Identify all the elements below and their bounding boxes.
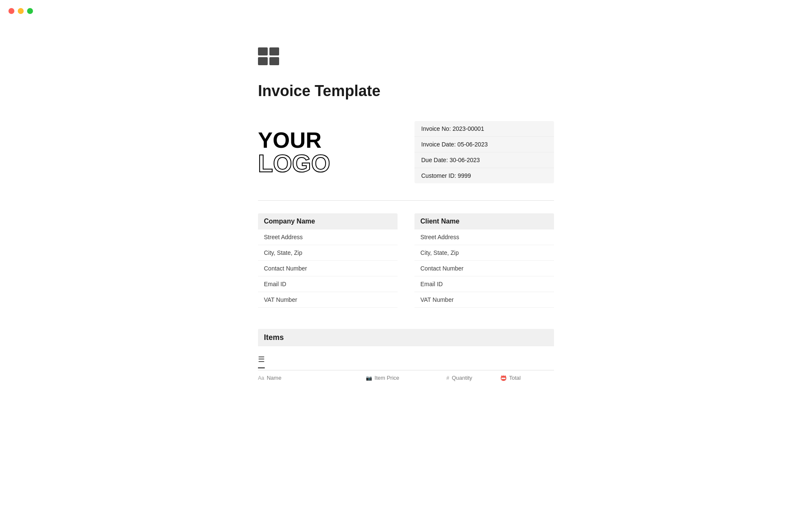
- company-name-header: Company Name: [258, 213, 398, 229]
- grid-cell-1: [258, 47, 268, 55]
- items-header: Items: [258, 329, 554, 346]
- column-total-label: Total: [509, 375, 521, 381]
- column-name-label: Name: [267, 375, 282, 381]
- minimize-button[interactable]: [18, 8, 24, 14]
- invoice-container: Invoice Template YOUR LOGO Invoice No: 2…: [258, 22, 554, 428]
- grid-cell-3: [258, 57, 268, 65]
- client-contact: Contact Number: [414, 261, 554, 276]
- company-email: Email ID: [258, 276, 398, 292]
- items-list-icon: ☰: [258, 353, 265, 368]
- titlebar: [0, 0, 812, 22]
- grid-icon: [258, 47, 279, 65]
- company-contact: Contact Number: [258, 261, 398, 276]
- client-vat: VAT Number: [414, 292, 554, 308]
- section-divider: [258, 200, 554, 201]
- page-content: Invoice Template YOUR LOGO Invoice No: 2…: [0, 0, 812, 428]
- table-columns-row: Aa Name 📷 Item Price # Quantity 📛 Total: [258, 370, 554, 385]
- customer-id-row: Customer ID: 9999: [414, 168, 554, 183]
- list-icon: ☰: [258, 355, 265, 364]
- logo-line-2: LOGO: [258, 151, 330, 176]
- items-section: Items ☰ Aa Name 📷 Item Price # Quantity: [258, 329, 554, 385]
- maximize-button[interactable]: [27, 8, 33, 14]
- column-name-header: Aa Name: [258, 375, 366, 381]
- logo-line-1: YOUR: [258, 129, 330, 151]
- invoice-header: YOUR LOGO Invoice No: 2023-00001 Invoice…: [258, 121, 554, 183]
- app-logo-icon: [258, 47, 554, 65]
- column-quantity-label: Quantity: [452, 375, 472, 381]
- grid-cell-4: [269, 57, 279, 65]
- client-name-header: Client Name: [414, 213, 554, 229]
- client-city: City, State, Zip: [414, 245, 554, 261]
- company-vat: VAT Number: [258, 292, 398, 308]
- due-date-row: Due Date: 30-06-2023: [414, 152, 554, 168]
- invoice-info-block: Invoice No: 2023-00001 Invoice Date: 05-…: [414, 121, 554, 183]
- close-button[interactable]: [8, 8, 14, 14]
- client-email: Email ID: [414, 276, 554, 292]
- logo-text: YOUR LOGO: [258, 129, 330, 176]
- company-street: Street Address: [258, 229, 398, 245]
- company-city: City, State, Zip: [258, 245, 398, 261]
- company-logo: YOUR LOGO: [258, 121, 398, 183]
- price-icon: 📷: [366, 375, 372, 381]
- total-icon: 📛: [500, 375, 507, 381]
- invoice-date-row: Invoice Date: 05-06-2023: [414, 137, 554, 152]
- company-block: Company Name Street Address City, State,…: [258, 213, 398, 308]
- column-price-header: 📷 Item Price: [366, 375, 447, 381]
- address-section: Company Name Street Address City, State,…: [258, 213, 554, 308]
- column-quantity-header: # Quantity: [446, 375, 500, 381]
- column-price-label: Item Price: [375, 375, 400, 381]
- invoice-number-row: Invoice No: 2023-00001: [414, 121, 554, 137]
- quantity-icon: #: [446, 375, 449, 381]
- grid-cell-2: [269, 47, 279, 55]
- text-icon: Aa: [258, 375, 264, 381]
- column-total-header: 📛 Total: [500, 375, 554, 381]
- client-block: Client Name Street Address City, State, …: [414, 213, 554, 308]
- page-title: Invoice Template: [258, 82, 554, 100]
- client-street: Street Address: [414, 229, 554, 245]
